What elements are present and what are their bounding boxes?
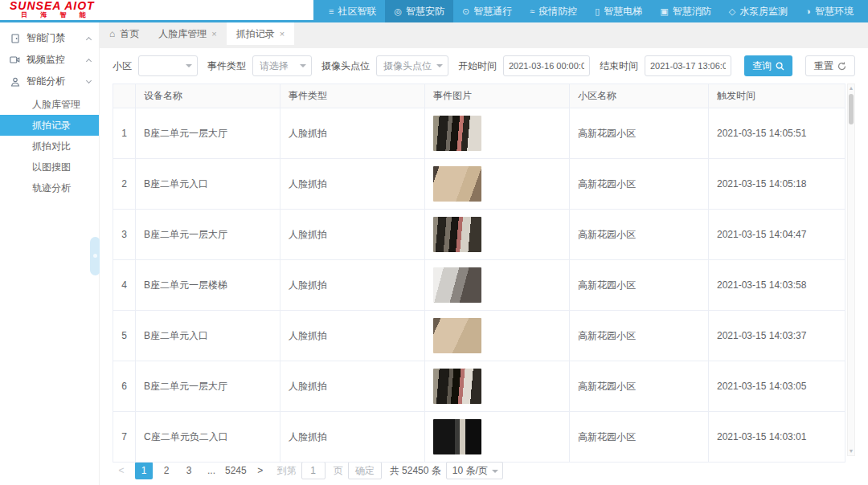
event-type-cell: 人脸抓拍 [280, 108, 425, 159]
table-row[interactable]: 1 B座二单元一层大厅 人脸抓拍 高新花园小区 2021-03-15 14:05… [113, 108, 845, 159]
scroll-up-icon[interactable]: ▲ [849, 84, 854, 92]
sidebar-item-trajectory-analysis[interactable]: 轨迹分析 [0, 177, 99, 198]
sidebar-item-image-search[interactable]: 以图搜图 [0, 157, 99, 177]
capture-thumbnail[interactable] [433, 116, 481, 151]
capture-thumbnail[interactable] [433, 217, 481, 252]
capture-thumbnail[interactable] [433, 369, 481, 404]
event-type-cell: 人脸抓拍 [280, 260, 425, 311]
event-type-cell: 人脸抓拍 [280, 361, 425, 412]
reset-button[interactable]: 重置 [805, 55, 855, 76]
top-navbar: SUNSEA AIOT 日 海 智 能 ≡ 社区智联 ◎ 智慧安防 ⊙ 智慧通行… [0, 0, 868, 22]
capture-thumbnail[interactable] [433, 419, 481, 454]
table-row[interactable]: 3 B座二单元一层大厅 人脸抓拍 高新花园小区 2021-03-15 14:04… [113, 210, 845, 260]
community-cell: 高新花园小区 [570, 412, 709, 463]
jump-page-input[interactable] [301, 462, 326, 479]
nav-item-pumproom[interactable]: ◇ 水泵房监测 [720, 0, 796, 22]
table-row[interactable]: 6 B座二单元一层大厅 人脸抓拍 高新花园小区 2021-03-15 14:03… [113, 361, 845, 412]
prev-page-button[interactable]: < [113, 462, 130, 479]
search-icon [776, 62, 784, 71]
event-image-cell [425, 159, 570, 210]
capture-thumbnail[interactable] [433, 267, 481, 303]
access-icon: ⊙ [462, 6, 469, 17]
sidebar-item-label: 轨迹分析 [32, 182, 71, 194]
jump-suffix-label: 页 [334, 464, 343, 478]
table-row[interactable]: 4 B座二单元一层楼梯 人脸抓拍 高新花园小区 2021-03-15 14:03… [113, 260, 845, 311]
device-name-cell: B座二单元一层大厅 [136, 361, 280, 412]
tab-home[interactable]: ⌂ 首页 [100, 22, 149, 45]
nav-label: 疫情防控 [538, 5, 577, 18]
table-row[interactable]: 5 B座二单元入口 人脸抓拍 高新花园小区 2021-03-15 14:03:3… [113, 311, 845, 361]
nav-item-epidemic[interactable]: ≈ 疫情防控 [521, 0, 586, 22]
capture-thumbnail[interactable] [433, 318, 481, 353]
sidebar-item-smart-analysis[interactable]: 智能分析 [0, 71, 99, 92]
logo-text: SUNSEA AIOT [10, 1, 313, 11]
community-cell: 高新花园小区 [570, 210, 709, 260]
page-button-1[interactable]: 1 [135, 462, 153, 479]
tab-face-library[interactable]: 人脸库管理 × [149, 22, 226, 45]
start-time-input[interactable] [503, 55, 590, 76]
end-time-label: 结束时间 [600, 59, 638, 73]
sidebar-item-video-surveillance[interactable]: 视频监控 [0, 49, 99, 71]
community-select[interactable] [138, 55, 198, 76]
app-window: SUNSEA AIOT 日 海 智 能 ≡ 社区智联 ◎ 智慧安防 ⊙ 智慧通行… [0, 0, 868, 485]
sidebar-submenu: 人脸库管理 抓拍记录 抓拍对比 以图搜图 轨迹分析 [0, 94, 99, 198]
sidebar-item-capture-compare[interactable]: 抓拍对比 [0, 136, 99, 157]
next-page-button[interactable]: > [252, 462, 269, 479]
row-index: 6 [113, 361, 136, 412]
trigger-time-cell: 2021-03-15 14:03:01 [709, 412, 845, 463]
event-type-cell: 人脸抓拍 [280, 159, 425, 210]
sidebar-item-capture-records[interactable]: 抓拍记录 [0, 115, 99, 136]
nav-label: 智慧安防 [406, 5, 444, 18]
device-name-cell: C座二单元负二入口 [136, 412, 280, 463]
table-row[interactable]: 7 C座二单元负二入口 人脸抓拍 高新花园小区 2021-03-15 14:03… [113, 412, 845, 463]
camera-select[interactable]: 摄像头点位 [376, 55, 448, 76]
event-type-cell: 人脸抓拍 [280, 412, 425, 463]
page-button-last[interactable]: 5245 [225, 462, 247, 479]
close-icon[interactable]: × [280, 29, 285, 39]
chevron-down-icon [436, 64, 443, 67]
scroll-down-icon[interactable]: ▼ [849, 447, 854, 455]
scrollbar-thumb[interactable] [849, 94, 854, 124]
sidebar-item-label: 智能分析 [27, 75, 87, 88]
page-size-select[interactable]: 10 条/页 [446, 462, 503, 479]
chevron-down-icon [86, 78, 92, 84]
tab-capture-records[interactable]: 抓拍记录 × [227, 22, 294, 45]
table-wrap: 设备名称 事件类型 事件图片 小区名称 触发时间 1 B座二单元一层大厅 [113, 84, 855, 456]
page-button-3[interactable]: 3 [180, 462, 198, 479]
event-type-filter-label: 事件类型 [207, 59, 246, 73]
epidemic-icon: ≈ [530, 6, 534, 16]
nav-item-security[interactable]: ◎ 智慧安防 [385, 0, 453, 22]
page-button-2[interactable]: 2 [158, 462, 175, 479]
sidebar-item-label: 人脸库管理 [32, 99, 80, 110]
sidebar: 智能门禁 视频监控 智能分析 人脸库管理 [0, 22, 100, 485]
search-button[interactable]: 查询 [744, 55, 792, 76]
community-cell: 高新花园小区 [570, 260, 709, 311]
fire-icon: ▣ [660, 6, 668, 17]
jump-prefix-label: 到第 [277, 464, 297, 478]
row-index: 1 [113, 108, 136, 159]
nav-item-environment[interactable]: ◑ 智慧环境 [796, 0, 862, 22]
table-row[interactable]: 2 B座二单元入口 人脸抓拍 高新花园小区 2021-03-15 14:05:1… [113, 159, 845, 210]
event-type-select[interactable]: 请选择 [252, 55, 312, 76]
nav-label: 智慧电梯 [604, 5, 642, 18]
close-icon[interactable]: × [211, 29, 216, 39]
tab-label: 人脸库管理 [158, 27, 207, 41]
device-name-cell: B座二单元一层大厅 [136, 210, 280, 260]
end-time-input[interactable] [645, 55, 731, 76]
event-image-cell [425, 210, 570, 260]
header-event-type: 事件类型 [280, 84, 425, 108]
jump-confirm-button[interactable]: 确定 [348, 462, 382, 479]
sidebar-item-label: 视频监控 [27, 53, 87, 67]
nav-item-community[interactable]: ≡ 社区智联 [320, 0, 385, 22]
nav-item-access[interactable]: ⊙ 智慧通行 [453, 0, 521, 22]
sidebar-item-door-access[interactable]: 智能门禁 [0, 27, 99, 49]
nav-item-fire[interactable]: ▣ 智慧消防 [651, 0, 719, 22]
trigger-time-cell: 2021-03-15 14:05:18 [709, 159, 845, 210]
sidebar-item-face-library[interactable]: 人脸库管理 [0, 94, 99, 115]
sidebar-item-label: 智能门禁 [27, 31, 87, 45]
nav-item-elevator[interactable]: ▯ 智慧电梯 [586, 0, 651, 22]
capture-thumbnail[interactable] [433, 166, 481, 202]
home-icon: ⌂ [109, 28, 115, 39]
trigger-time-cell: 2021-03-15 14:03:05 [709, 361, 845, 412]
vertical-scrollbar[interactable]: ▲ ▼ [847, 84, 855, 456]
